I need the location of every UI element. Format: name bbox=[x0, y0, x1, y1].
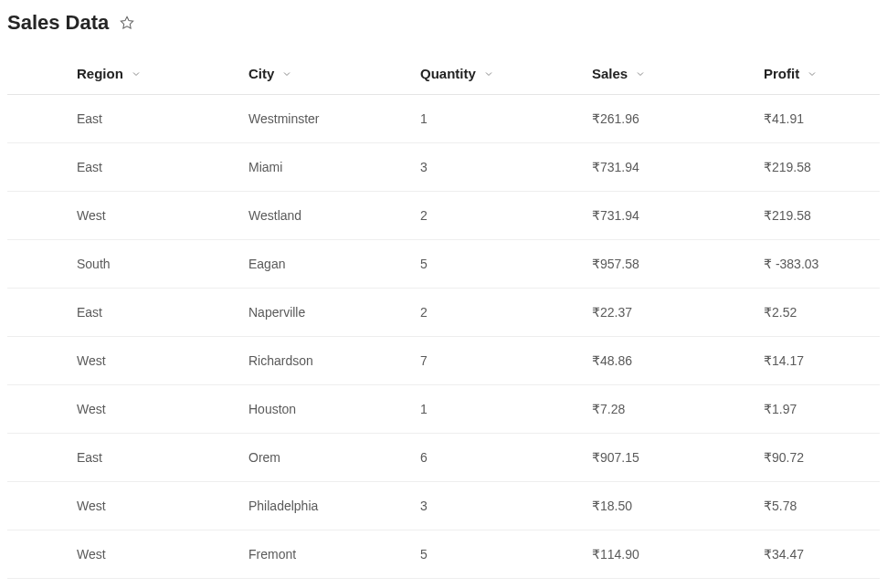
cell-region: East bbox=[77, 289, 248, 337]
cell-city: Houston bbox=[248, 385, 420, 434]
cell-sales: ₹18.50 bbox=[592, 482, 764, 530]
row-spacer bbox=[7, 143, 77, 192]
column-sort-sales[interactable]: Sales bbox=[592, 66, 646, 81]
cell-sales: ₹7.28 bbox=[592, 385, 764, 434]
cell-profit: ₹5.78 bbox=[764, 482, 880, 530]
cell-sales: ₹907.15 bbox=[592, 434, 764, 482]
cell-quantity: 2 bbox=[420, 192, 592, 240]
chevron-down-icon bbox=[635, 68, 646, 79]
row-spacer bbox=[7, 192, 77, 240]
table-row[interactable]: WestFremont5₹114.90₹34.47 bbox=[7, 530, 880, 579]
row-spacer bbox=[7, 385, 77, 434]
cell-city: Westminster bbox=[248, 95, 420, 143]
cell-city: Orem bbox=[248, 434, 420, 482]
table-row[interactable]: WestRichardson7₹48.86₹14.17 bbox=[7, 337, 880, 385]
row-spacer bbox=[7, 482, 77, 530]
cell-profit: ₹219.58 bbox=[764, 143, 880, 192]
cell-profit: ₹34.47 bbox=[764, 530, 880, 579]
cell-quantity: 1 bbox=[420, 95, 592, 143]
table-row[interactable]: EastMiami3₹731.94₹219.58 bbox=[7, 143, 880, 192]
column-header-region: Region bbox=[77, 40, 248, 95]
cell-region: East bbox=[77, 143, 248, 192]
cell-region: East bbox=[77, 95, 248, 143]
table-row[interactable]: EastOrem6₹907.15₹90.72 bbox=[7, 434, 880, 482]
cell-quantity: 3 bbox=[420, 143, 592, 192]
column-sort-region[interactable]: Region bbox=[77, 66, 142, 81]
table-row[interactable]: EastWestminster1₹261.96₹41.91 bbox=[7, 95, 880, 143]
cell-region: West bbox=[77, 530, 248, 579]
column-label: Sales bbox=[592, 66, 628, 81]
cell-region: West bbox=[77, 337, 248, 385]
column-sort-city[interactable]: City bbox=[248, 66, 292, 81]
cell-sales: ₹731.94 bbox=[592, 143, 764, 192]
table-row[interactable]: WestPhiladelphia3₹18.50₹5.78 bbox=[7, 482, 880, 530]
column-header-city: City bbox=[248, 40, 420, 95]
cell-profit: ₹14.17 bbox=[764, 337, 880, 385]
cell-quantity: 5 bbox=[420, 530, 592, 579]
page-header: Sales Data bbox=[0, 0, 887, 40]
column-header-sales: Sales bbox=[592, 40, 764, 95]
row-spacer bbox=[7, 95, 77, 143]
row-spacer bbox=[7, 530, 77, 579]
cell-region: West bbox=[77, 482, 248, 530]
page-title: Sales Data bbox=[7, 11, 109, 35]
table-row[interactable]: EastNaperville2₹22.37₹2.52 bbox=[7, 289, 880, 337]
table-header-row: Region City Qu bbox=[7, 40, 880, 95]
cell-sales: ₹261.96 bbox=[592, 95, 764, 143]
column-sort-profit[interactable]: Profit bbox=[764, 66, 818, 81]
cell-quantity: 3 bbox=[420, 482, 592, 530]
favorite-star-icon[interactable] bbox=[120, 16, 134, 30]
chevron-down-icon bbox=[807, 68, 818, 79]
row-spacer bbox=[7, 289, 77, 337]
cell-region: East bbox=[77, 434, 248, 482]
cell-sales: ₹731.94 bbox=[592, 192, 764, 240]
cell-profit: ₹41.91 bbox=[764, 95, 880, 143]
column-label: Region bbox=[77, 66, 123, 81]
chevron-down-icon bbox=[281, 68, 292, 79]
row-spacer bbox=[7, 434, 77, 482]
svg-marker-0 bbox=[121, 16, 133, 28]
table-row[interactable]: WestHouston1₹7.28₹1.97 bbox=[7, 385, 880, 434]
cell-region: West bbox=[77, 385, 248, 434]
column-header-quantity: Quantity bbox=[420, 40, 592, 95]
column-label: Profit bbox=[764, 66, 799, 81]
cell-sales: ₹48.86 bbox=[592, 337, 764, 385]
chevron-down-icon bbox=[131, 68, 142, 79]
cell-region: West bbox=[77, 192, 248, 240]
cell-city: Richardson bbox=[248, 337, 420, 385]
column-label: Quantity bbox=[420, 66, 476, 81]
row-spacer bbox=[7, 337, 77, 385]
cell-quantity: 7 bbox=[420, 337, 592, 385]
cell-city: Fremont bbox=[248, 530, 420, 579]
header-spacer bbox=[7, 40, 77, 95]
cell-profit: ₹ -383.03 bbox=[764, 240, 880, 289]
sales-table-wrap: Region City Qu bbox=[0, 40, 887, 579]
column-sort-quantity[interactable]: Quantity bbox=[420, 66, 494, 81]
cell-quantity: 5 bbox=[420, 240, 592, 289]
cell-city: Eagan bbox=[248, 240, 420, 289]
cell-sales: ₹114.90 bbox=[592, 530, 764, 579]
cell-profit: ₹219.58 bbox=[764, 192, 880, 240]
column-label: City bbox=[248, 66, 274, 81]
table-row[interactable]: WestWestland2₹731.94₹219.58 bbox=[7, 192, 880, 240]
cell-profit: ₹2.52 bbox=[764, 289, 880, 337]
cell-sales: ₹22.37 bbox=[592, 289, 764, 337]
chevron-down-icon bbox=[483, 68, 494, 79]
sales-table: Region City Qu bbox=[7, 40, 880, 579]
cell-city: Westland bbox=[248, 192, 420, 240]
cell-sales: ₹957.58 bbox=[592, 240, 764, 289]
cell-city: Naperville bbox=[248, 289, 420, 337]
cell-city: Miami bbox=[248, 143, 420, 192]
cell-region: South bbox=[77, 240, 248, 289]
table-row[interactable]: SouthEagan5₹957.58₹ -383.03 bbox=[7, 240, 880, 289]
cell-quantity: 6 bbox=[420, 434, 592, 482]
cell-quantity: 2 bbox=[420, 289, 592, 337]
cell-profit: ₹90.72 bbox=[764, 434, 880, 482]
row-spacer bbox=[7, 240, 77, 289]
column-header-profit: Profit bbox=[764, 40, 880, 95]
cell-city: Philadelphia bbox=[248, 482, 420, 530]
table-body: EastWestminster1₹261.96₹41.91EastMiami3₹… bbox=[7, 95, 880, 579]
cell-profit: ₹1.97 bbox=[764, 385, 880, 434]
cell-quantity: 1 bbox=[420, 385, 592, 434]
